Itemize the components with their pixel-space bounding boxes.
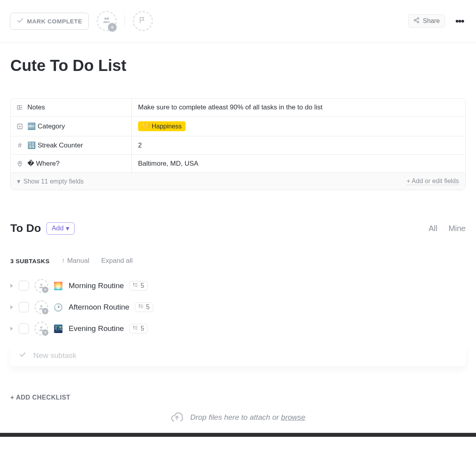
svg-point-3 — [414, 19, 416, 21]
ellipsis-icon: ••• — [455, 15, 464, 27]
todo-heading: To Do — [10, 222, 41, 235]
svg-rect-8 — [17, 124, 22, 129]
category-tag: 💛 Happiness — [138, 121, 186, 131]
todo-filters: All Mine — [428, 224, 466, 233]
hash-icon: # — [16, 142, 23, 149]
count-value: 5 — [140, 282, 144, 289]
check-icon — [17, 17, 24, 25]
subtasks-bar: 3 SUBTASKS ↑ Manual Expand all — [10, 257, 466, 265]
custom-fields-table: Notes Make sure to complete atleast 90% … — [10, 98, 466, 190]
svg-point-9 — [19, 163, 20, 164]
field-key-where: � Where? — [11, 155, 132, 172]
toolbar: MARK COMPLETE + Share ••• — [0, 0, 476, 42]
svg-point-1 — [107, 17, 109, 20]
mark-complete-label: MARK COMPLETE — [27, 18, 82, 25]
subtask-title: Evening Routine — [69, 324, 124, 333]
field-value-where[interactable]: Baltimore, MD, USA — [132, 155, 465, 172]
svg-point-14 — [40, 327, 42, 329]
field-value-notes[interactable]: Make sure to complete atleast 90% of all… — [132, 99, 465, 116]
subtask-icon — [133, 282, 138, 289]
location-icon — [16, 161, 23, 167]
share-label: Share — [423, 17, 440, 25]
svg-point-11 — [134, 283, 134, 284]
field-value-category[interactable]: 💛 Happiness — [132, 117, 465, 136]
plus-icon: + — [42, 329, 48, 336]
subtask-icon — [138, 304, 144, 311]
dropdown-icon — [16, 123, 23, 130]
subtask-count-badge[interactable]: 5 — [135, 302, 153, 312]
add-subtask-button[interactable]: Add ▾ — [46, 222, 75, 235]
add-assignee-button[interactable]: + — [97, 11, 117, 31]
more-menu-button[interactable]: ••• — [453, 15, 466, 27]
footer-bar — [0, 433, 476, 437]
svg-line-6 — [416, 21, 418, 22]
assignee-add[interactable]: + — [35, 322, 48, 335]
svg-point-0 — [104, 17, 107, 20]
arrow-up-icon: ↑ — [61, 257, 65, 265]
assignee-add[interactable]: + — [35, 300, 48, 314]
svg-point-4 — [417, 21, 419, 23]
checkbox[interactable] — [19, 281, 29, 291]
toolbar-separator — [125, 15, 125, 27]
subtask-title: Afternoon Routine — [69, 303, 129, 312]
expand-toggle[interactable] — [10, 305, 13, 309]
show-empty-fields-button[interactable]: ▾ Show 11 empty fields — [17, 178, 84, 185]
subtask-row[interactable]: + 🕑 Afternoon Routine 5 — [10, 296, 466, 318]
page-title[interactable]: Cute To Do List — [10, 57, 466, 75]
field-row-where: � Where? Baltimore, MD, USA — [11, 155, 465, 173]
dropzone-text: Drop files here to attach or — [190, 413, 281, 421]
filter-mine[interactable]: Mine — [449, 224, 466, 233]
checkbox[interactable] — [19, 302, 29, 312]
subtask-emoji: 🕑 — [54, 303, 63, 312]
expand-toggle[interactable] — [10, 284, 13, 288]
show-empty-label: Show 11 empty fields — [23, 178, 84, 185]
field-label: 🔢 Streak Counter — [27, 141, 83, 149]
plus-icon: + — [42, 308, 48, 314]
svg-line-5 — [416, 19, 418, 20]
subtask-row[interactable]: + 🌅 Morning Routine 5 — [10, 275, 466, 296]
check-icon — [19, 351, 26, 360]
new-subtask-input[interactable] — [33, 351, 457, 360]
browse-link[interactable]: browse — [281, 413, 305, 421]
new-subtask-input-row — [10, 345, 466, 366]
subtask-count-badge[interactable]: 5 — [129, 281, 148, 291]
flag-button[interactable] — [133, 11, 153, 31]
subtask-emoji: 🌃 — [54, 324, 63, 333]
attachment-dropzone[interactable]: Drop files here to attach or browse — [10, 401, 466, 433]
chevron-down-icon: ▾ — [66, 224, 69, 233]
field-label: 🔤 Category — [27, 122, 65, 130]
count-value: 5 — [140, 325, 144, 332]
filter-all[interactable]: All — [428, 224, 437, 233]
field-value-streak[interactable]: 2 — [132, 136, 465, 154]
plus-icon: + — [108, 23, 117, 32]
add-checklist-button[interactable]: + ADD CHECKLIST — [10, 394, 466, 401]
expand-all-button[interactable]: Expand all — [101, 257, 132, 265]
subtask-title: Morning Routine — [69, 281, 124, 290]
subtask-row[interactable]: + 🌃 Evening Routine 5 — [10, 318, 466, 339]
mark-complete-button[interactable]: MARK COMPLETE — [10, 13, 89, 30]
count-value: 5 — [146, 304, 150, 311]
subtask-count: 3 SUBTASKS — [10, 258, 50, 264]
checkbox[interactable] — [19, 323, 29, 334]
sort-label: Manual — [67, 257, 89, 265]
subtask-icon — [133, 325, 138, 332]
subtask-emoji: 🌅 — [54, 281, 63, 291]
plus-icon: + — [42, 287, 48, 293]
todo-section-header: To Do Add ▾ All Mine — [10, 222, 466, 235]
svg-point-15 — [134, 326, 134, 327]
svg-point-12 — [40, 305, 42, 307]
flag-icon — [139, 16, 147, 26]
subtask-count-badge[interactable]: 5 — [129, 324, 148, 333]
chevron-down-icon: ▾ — [17, 178, 20, 185]
sort-button[interactable]: ↑ Manual — [61, 257, 89, 265]
fields-footer: ▾ Show 11 empty fields + Add or edit fie… — [11, 173, 465, 190]
subtask-list: + 🌅 Morning Routine 5 + 🕑 Afternoon Rout… — [10, 275, 466, 366]
svg-point-10 — [40, 284, 42, 286]
expand-toggle[interactable] — [10, 327, 13, 331]
share-icon — [413, 17, 420, 25]
field-key-notes: Notes — [11, 99, 132, 116]
assignee-add[interactable]: + — [35, 279, 48, 293]
share-button[interactable]: Share — [408, 14, 445, 28]
add-edit-fields-button[interactable]: + Add or edit fields — [407, 178, 459, 185]
field-key-streak: # 🔢 Streak Counter — [11, 136, 132, 154]
